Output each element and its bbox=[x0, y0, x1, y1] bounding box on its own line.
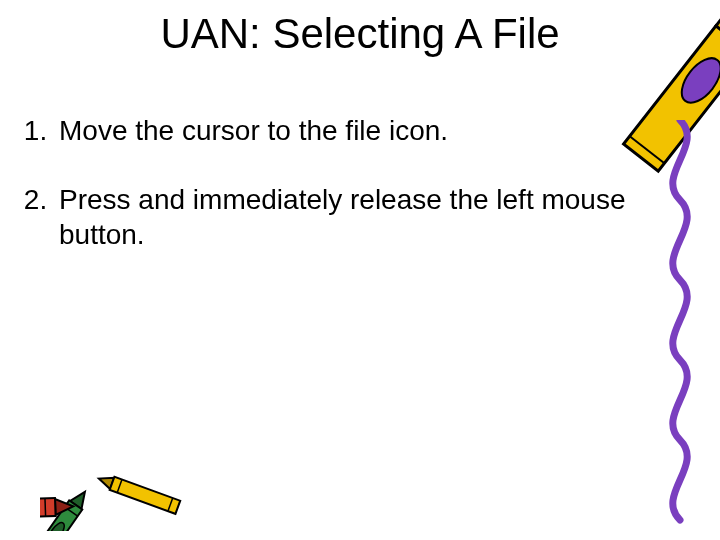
list-item: Move the cursor to the file icon. bbox=[55, 113, 660, 148]
svg-line-13 bbox=[65, 507, 78, 516]
page-title: UAN: Selecting A File bbox=[0, 0, 720, 58]
svg-line-8 bbox=[117, 480, 122, 493]
svg-rect-11 bbox=[40, 500, 82, 531]
slide: UAN: Selecting A File Move the cursor to… bbox=[0, 0, 720, 540]
svg-marker-10 bbox=[70, 488, 91, 509]
svg-rect-7 bbox=[110, 477, 181, 514]
step-list: Move the cursor to the file icon. Press … bbox=[0, 113, 720, 252]
svg-point-12 bbox=[45, 520, 67, 531]
svg-line-9 bbox=[168, 498, 173, 511]
svg-rect-16 bbox=[40, 498, 56, 519]
svg-point-4 bbox=[674, 51, 720, 109]
svg-marker-6 bbox=[97, 473, 114, 489]
list-item: Press and immediately release the left m… bbox=[55, 182, 660, 252]
svg-marker-15 bbox=[55, 498, 74, 515]
svg-line-18 bbox=[45, 498, 46, 516]
crayon-pile-icon bbox=[40, 411, 220, 535]
